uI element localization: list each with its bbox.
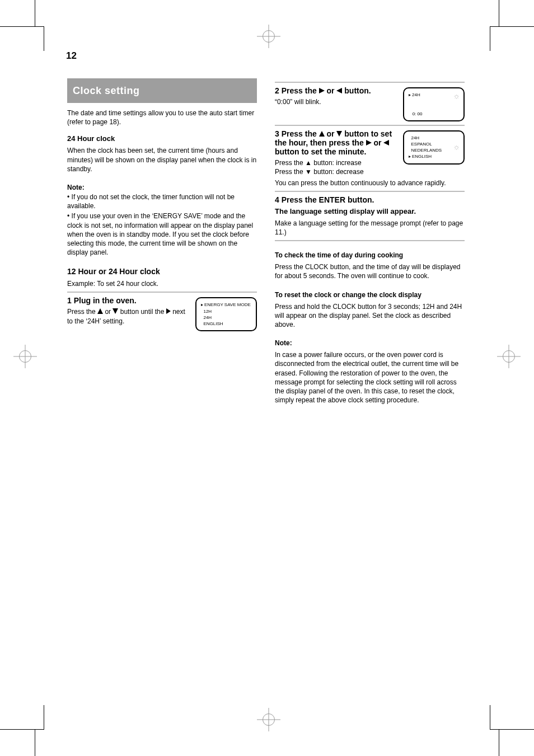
triangle-right-icon — [366, 140, 372, 145]
triangle-down-icon — [336, 131, 342, 137]
right-column: ▸24H☼ 0: 00 2 Press the or button. — [275, 78, 465, 405]
pointer-icon: ▸ — [409, 92, 411, 97]
svg-marker-0 — [97, 308, 103, 314]
left-column: Clock setting The date and time settings… — [67, 78, 257, 405]
pointer-icon: ▸ — [409, 154, 411, 159]
divider — [275, 240, 465, 241]
step-text: or — [327, 86, 337, 95]
divider — [67, 292, 257, 293]
svg-marker-2 — [166, 308, 171, 314]
triangle-up-icon — [97, 308, 103, 314]
divider — [275, 82, 465, 83]
clock-heading: 12 Hour or 24 Hour clock — [67, 267, 257, 276]
display-line: ESPANOL — [411, 142, 432, 147]
sun-icon: ☼ — [453, 142, 460, 153]
step-body: Make a language setting for the message … — [275, 219, 465, 237]
step-text: or — [105, 308, 113, 316]
step-heading: Press the ENTER button. — [282, 195, 374, 204]
subheading-24h: 24 Hour clock — [67, 134, 257, 143]
registration-crosshair-icon — [13, 345, 37, 368]
step-1: ▸ENERGY SAVE MODE 12H 24H ENGLISH 1 Plug… — [67, 296, 257, 331]
display-line: 24H — [411, 135, 419, 140]
sun-icon: ☼ — [453, 91, 460, 102]
svg-marker-7 — [366, 140, 372, 145]
section-title: Clock setting — [67, 78, 257, 103]
note-item: • If you use your oven in the ‘ENERGY SA… — [67, 212, 257, 257]
step-text: or — [327, 129, 337, 138]
oven-display-3: 24H ESPANOL☼ NEDERLANDS ▸ENGLISH — [403, 130, 465, 165]
step-text: button. — [344, 86, 371, 95]
triangle-right-icon — [319, 88, 325, 93]
note-label: Note: — [275, 339, 465, 347]
divider — [275, 191, 465, 192]
oven-display-1: ▸ENERGY SAVE MODE 12H 24H ENGLISH — [195, 297, 257, 331]
crop-mark — [490, 729, 499, 730]
clock-intro: Example: To set 24 hour clock. — [67, 279, 257, 288]
step-sub: The language setting display will appear… — [275, 206, 465, 217]
step-3: 24H ESPANOL☼ NEDERLANDS ▸ENGLISH 3 Press… — [275, 129, 465, 188]
crop-mark — [35, 26, 44, 27]
step-number: 4 — [275, 195, 279, 204]
display-line: ENGLISH — [412, 154, 432, 159]
registration-crosshair-icon — [257, 708, 280, 731]
note-item: • If you do not set the clock, the timer… — [67, 192, 257, 210]
step-text: button to set the minute. — [275, 147, 366, 156]
reset-clock-body: Press and hold the CLOCK button for 3 se… — [275, 302, 465, 330]
triangle-right-icon — [166, 308, 171, 314]
display-line: 24H — [412, 92, 420, 97]
step-2: ▸24H☼ 0: 00 2 Press the or button. — [275, 86, 465, 121]
svg-marker-1 — [113, 308, 118, 314]
step-number: 3 — [275, 129, 279, 138]
final-note-body: In case a power failure occurs, or the o… — [275, 350, 465, 405]
check-time-label: To check the time of day during cooking — [275, 251, 465, 259]
crop-mark — [35, 730, 35, 756]
crop-mark — [490, 26, 490, 51]
crop-mark — [35, 0, 35, 26]
step-number: 2 — [275, 86, 279, 95]
svg-marker-4 — [336, 88, 342, 93]
registration-crosshair-icon — [497, 345, 521, 368]
tip: You can press the button continuously to… — [275, 179, 465, 187]
step-heading: Press the or button to set the hour, the… — [275, 129, 392, 156]
step-text: Press the — [282, 86, 319, 95]
step-text: Press the — [282, 129, 319, 138]
triangle-up-icon — [319, 131, 325, 137]
reset-clock-label: To reset the clock or change the clock d… — [275, 291, 465, 299]
note-text: If you use your oven in the ‘ENERGY SAVE… — [67, 212, 253, 256]
step-text: button until the — [120, 308, 166, 316]
display-line: 12H — [203, 309, 212, 314]
step-number: 1 — [67, 296, 72, 305]
page-number: 12 — [66, 50, 77, 62]
triangle-down-icon — [113, 308, 118, 314]
crop-mark — [490, 26, 499, 27]
display-line: 0: 00 — [411, 111, 422, 116]
crop-mark — [499, 26, 534, 27]
display-line: ENGLISH — [203, 321, 223, 326]
display-line: 24H — [203, 315, 212, 320]
triangle-left-icon — [383, 140, 389, 145]
svg-marker-6 — [336, 131, 342, 137]
step-4: 4 Press the ENTER button. The language s… — [275, 195, 465, 237]
step-text: or — [373, 138, 383, 147]
step-heading: Press the or button. — [282, 86, 371, 95]
registration-crosshair-icon — [257, 25, 280, 48]
crop-mark — [499, 0, 499, 26]
substep: Press the ▼ button: decrease — [275, 167, 465, 176]
step-heading: Plug in the oven. — [74, 296, 137, 305]
crop-mark — [44, 26, 44, 51]
svg-marker-8 — [383, 140, 389, 145]
oven-display-2: ▸24H☼ 0: 00 — [403, 87, 465, 121]
crop-mark — [490, 705, 490, 730]
check-time-body: Press the CLOCK button, and the time of … — [275, 262, 465, 280]
crop-mark — [35, 729, 44, 730]
divider — [275, 125, 465, 126]
crop-mark — [499, 730, 499, 756]
note-text: If you do not set the clock, the timer f… — [67, 193, 235, 210]
triangle-left-icon — [336, 88, 342, 93]
step-text: Press the — [67, 308, 97, 316]
svg-marker-5 — [319, 131, 325, 137]
crop-mark — [44, 705, 44, 730]
crop-mark — [0, 26, 35, 27]
crop-mark — [0, 729, 35, 730]
pointer-icon: ▸ — [201, 302, 203, 307]
